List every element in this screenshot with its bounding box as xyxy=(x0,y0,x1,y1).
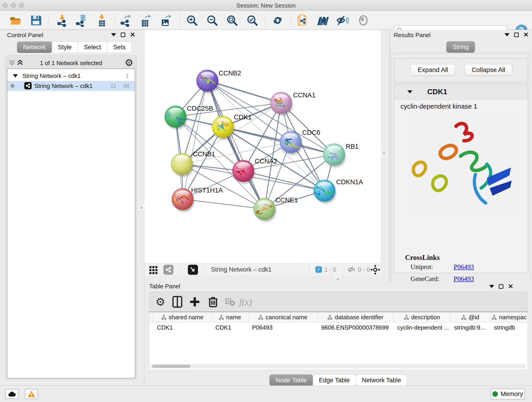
network-collection-row[interactable]: String Network – cdk1 1 xyxy=(7,71,135,81)
panel-float-icon[interactable] xyxy=(499,284,503,289)
import-network-file-button[interactable] xyxy=(55,13,70,28)
table-row[interactable]: CDK1CDK1P064939606.ENSP00000378699cyclin… xyxy=(149,323,528,332)
tab-node-table[interactable]: Node Table xyxy=(269,375,313,386)
titlebar: Session: New Session xyxy=(0,0,532,11)
expand-all-button[interactable]: Expand All xyxy=(411,64,455,76)
column-header-description[interactable]: description xyxy=(394,312,450,322)
tab-select[interactable]: Select xyxy=(78,41,107,53)
protein-node-CCNB1: CCNB1 xyxy=(171,150,215,177)
eye-disabled-button[interactable] xyxy=(356,13,371,28)
table-cell[interactable]: 9606.ENSP00000378699 xyxy=(317,323,394,332)
network-share-view-icon[interactable] xyxy=(163,265,173,275)
horizontal-splitter-handle[interactable] xyxy=(335,276,341,282)
table-cell[interactable]: stringdb:9... xyxy=(450,323,490,332)
tab-network[interactable]: Network xyxy=(17,41,52,53)
cloud-button[interactable] xyxy=(5,389,19,399)
tab-edge-table[interactable]: Edge Table xyxy=(313,375,356,386)
svg-text:RB1: RB1 xyxy=(346,143,359,150)
panel-menu-icon[interactable] xyxy=(505,33,510,36)
panel-menu-icon[interactable] xyxy=(489,285,494,288)
control-panel-buttons: ✕ xyxy=(111,32,135,37)
network-canvas[interactable]: CCNB2CCNA1CDC25BCDK1CDC6RB1CCNB1CCNA2CDK… xyxy=(144,30,381,263)
search-windows-button[interactable] xyxy=(316,13,330,28)
control-panel: Control Panel ✕ NetworkStyleSelectSets 1… xyxy=(0,30,142,385)
tab-network-table[interactable]: Network Table xyxy=(356,375,407,386)
save-session-button[interactable] xyxy=(29,13,43,28)
grid-view-icon[interactable] xyxy=(149,265,158,274)
node-table: shared namenamecanonical namedatabase id… xyxy=(149,312,528,370)
table-options-gear-icon[interactable]: ⚙ xyxy=(153,295,167,309)
tab-style[interactable]: Style xyxy=(52,41,78,53)
table-cell[interactable]: CDK1 xyxy=(212,323,248,332)
table-cell[interactable]: P06493 xyxy=(248,323,317,332)
selected-checkbox-icon[interactable]: ✓ xyxy=(316,266,322,273)
zoom-selected-button[interactable] xyxy=(245,13,260,28)
export-image-button[interactable] xyxy=(158,13,173,28)
export-table-button[interactable] xyxy=(139,13,153,28)
tab-string[interactable]: String xyxy=(446,41,475,53)
eye-icon xyxy=(357,15,369,26)
scrollbar-thumb[interactable] xyxy=(152,365,190,368)
import-network-database-button[interactable] xyxy=(74,13,89,28)
network-tree: String Network – cdk1 1 String Network –… xyxy=(7,69,135,378)
tab-sets[interactable]: Sets xyxy=(107,41,132,53)
column-header-database-identifier[interactable]: database identifier xyxy=(317,312,394,322)
crosslink-link[interactable]: P06493 xyxy=(454,263,474,271)
separator xyxy=(344,265,344,274)
horizontal-scrollbar[interactable] xyxy=(151,364,526,368)
import-table-file-button[interactable] xyxy=(94,13,109,28)
zoom-out-button[interactable] xyxy=(205,13,220,28)
column-header-canonical-name[interactable]: canonical name xyxy=(248,312,317,322)
table-tabs: Node TableEdge TableNetwork Table xyxy=(144,375,532,386)
cloud-icon xyxy=(8,391,16,397)
table-cell[interactable]: CDK1 xyxy=(153,323,212,332)
zoom-in-button[interactable] xyxy=(185,13,199,28)
clone-network-button[interactable] xyxy=(295,13,310,28)
entry-header[interactable]: CDK1 xyxy=(394,84,528,100)
table-toolbar: ⚙ f(x) xyxy=(149,292,528,312)
left-splitter-handle[interactable] xyxy=(138,204,144,211)
panel-close-icon[interactable]: ✕ xyxy=(523,32,529,37)
open-session-button[interactable] xyxy=(8,13,23,28)
control-panel-title: Control Panel xyxy=(7,32,43,39)
collection-expander-icon[interactable] xyxy=(13,74,18,77)
selected-counts: 1 - 0 xyxy=(324,266,336,273)
column-header-shared-name[interactable]: shared name xyxy=(153,312,212,322)
panel-menu-icon[interactable] xyxy=(111,33,116,36)
function-builder-icon[interactable]: f(x) xyxy=(239,295,253,309)
column-header-name[interactable]: name xyxy=(212,312,248,322)
column-header-namespac[interactable]: namespac xyxy=(490,312,528,322)
network-view-title: String Network – cdk1 xyxy=(211,266,272,273)
toolbar-separator xyxy=(180,13,180,27)
refresh-layout-button[interactable] xyxy=(270,13,285,28)
entry-expander-icon[interactable] xyxy=(407,90,412,94)
panel-float-icon[interactable] xyxy=(514,32,519,37)
namespace-icon xyxy=(404,315,409,320)
right-splitter-handle[interactable] xyxy=(381,150,387,156)
delete-column-trash-icon[interactable] xyxy=(206,295,220,309)
panel-close-icon[interactable]: ✕ xyxy=(508,284,513,289)
protein-structure-image xyxy=(407,116,517,212)
row-handle-gutter xyxy=(149,312,153,322)
birdseye-view-icon[interactable] xyxy=(188,265,198,275)
memory-button[interactable]: Memory xyxy=(491,389,525,400)
column-header--id[interactable]: @id xyxy=(450,312,490,322)
collapse-all-button[interactable]: Collapse All xyxy=(465,64,512,76)
zoom-fit-button[interactable] xyxy=(225,13,239,28)
delete-table-icon[interactable] xyxy=(223,295,237,309)
add-column-icon[interactable] xyxy=(188,295,202,309)
show-hide-button[interactable] xyxy=(336,13,350,28)
panel-close-icon[interactable]: ✕ xyxy=(130,32,135,37)
crosslink-link[interactable]: P06493 xyxy=(454,275,474,283)
network-row-selected[interactable]: String Network – cdk1 11 48 xyxy=(7,81,135,91)
panel-float-icon[interactable] xyxy=(121,32,125,37)
pan-crosshair-icon[interactable] xyxy=(370,265,380,275)
table-cell[interactable]: stringdb xyxy=(490,323,528,332)
network-list-options-gear-icon[interactable]: ⚙ xyxy=(125,57,133,68)
warning-button[interactable] xyxy=(25,389,38,399)
window-title: Session: New Session xyxy=(0,2,532,9)
hidden-eye-icon[interactable] xyxy=(347,266,356,274)
table-cell[interactable]: cyclin-dependent ... xyxy=(394,323,450,332)
show-columns-icon[interactable] xyxy=(171,295,184,309)
export-network-button[interactable] xyxy=(119,13,133,28)
